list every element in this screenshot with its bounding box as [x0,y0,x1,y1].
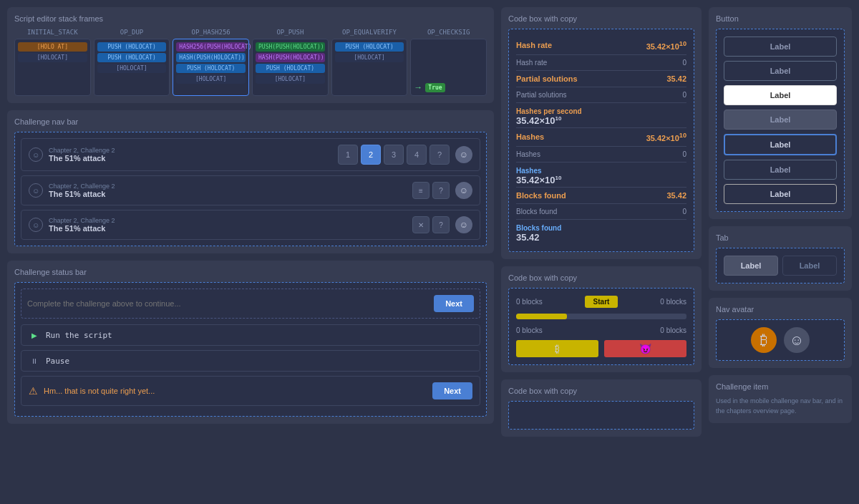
nav-btn-help-sm[interactable]: ? [432,182,450,199]
frame-op-hash256: OP_HASH256 HASH256(PUSH(HOLOCAT)) HASH(P… [173,29,249,96]
nav-controls: 1 2 3 4 ? ☺ [338,145,472,165]
nav-text: Chapter 2, Challenge 2 The 51% attack [49,217,412,233]
metric-large-value: 35.42 [516,232,686,243]
metric-large-label-blue: Blocks found [516,224,686,232]
showcase-btn-1[interactable]: Label [724,37,837,57]
metric-large-hashes: Hashes 35.42×1010 [516,163,686,188]
stack-item: [HOLOCAT] [18,53,87,62]
challenge-icon: ☺ [29,147,43,162]
nav-challenge: The 51% attack [49,154,338,163]
progress-fill [516,314,567,319]
nav-btn-menu[interactable]: ≡ [412,182,430,199]
face-avatar: ☺ [784,327,810,353]
metric-label: Partial solutions [516,91,567,99]
metric-value: 35.42 [666,191,686,200]
nav-btn-close[interactable]: ✕ [412,216,430,233]
button-showcase: Label Label Label Label Label Label Labe… [716,29,845,212]
stack-item: [HOLOCAT] [335,53,404,62]
run-script-text: Run the script [46,331,112,340]
nav-btn-4[interactable]: 4 [407,145,427,165]
showcase-btn-3[interactable]: Label [724,85,837,105]
metric-label: Blocks found [516,191,566,200]
tab-panel-title: Tab [716,233,845,242]
nav-avatar-close: ☺ [455,216,472,233]
nav-avatar-title: Nav avatar [716,305,845,314]
challenge-item-desc: Used in the mobile challenge nav bar, an… [716,397,845,416]
nav-chapter: Chapter 2, Challenge 2 [49,183,412,190]
metric-label: Hash rate [516,59,547,67]
showcase-btn-2[interactable]: Label [724,61,837,81]
metric-value: 0 [682,150,686,158]
miner-bars-row: ₿ 😈 [516,340,686,357]
miner-left-label: 0 blocks [516,326,543,334]
nav-text: Chapter 2, Challenge 2 The 51% attack [49,147,338,163]
avatar-showcase: ₿ ☺ [716,319,845,361]
stack-item: PUSH (HOLOCAT) [256,64,325,73]
tab-label-2[interactable]: Label [782,256,837,276]
frame-header: OP_EQUALVERIFY [331,29,408,36]
code-box-2: Code box with copy 0 blocks Start 0 bloc… [501,266,702,372]
metric-label: Blocks found [516,208,557,215]
code-box-1: Code box with copy Hash rate 35.42×1010 … [501,7,702,259]
miner-slot-right: 😈 [604,340,686,357]
frame-header: OP_PUSH [252,29,329,36]
challenge-nav-title: Challenge nav bar [14,117,487,126]
showcase-btn-6[interactable]: Label [724,160,837,180]
nav-btn-3[interactable]: 3 [384,145,404,165]
metric-large-value: 35.42×1010 [516,175,686,185]
showcase-btn-4[interactable]: Label [724,110,837,130]
nav-row-3: ☺ Chapter 2, Challenge 2 The 51% attack … [21,210,480,240]
start-button[interactable]: Start [585,296,618,308]
challenge-nav-panel: Challenge nav bar ☺ Chapter 2, Challenge… [7,110,494,253]
challenge-status-panel: Challenge status bar Next ▶ Run the scri… [7,261,494,424]
stack-item: [HOLOCAT] [256,74,325,84]
bitcoin-avatar: ₿ [751,327,777,353]
metric-large-hps: Hashes per second 35.42×1010 [516,103,686,128]
nav-row-2: ☺ Chapter 2, Challenge 2 The 51% attack … [21,175,480,205]
miner-right-label: 0 blocks [660,326,686,334]
mining-inner: 0 blocks Start 0 blocks 0 blocks 0 block… [508,288,694,365]
metric-row-partial: Partial solutions 35.42 [516,71,686,87]
next-button[interactable]: Next [434,295,474,312]
nav-avatar-sm: ☺ [455,182,472,199]
frame-initial-stack: INITIAL_STACK [HOLO AT] [HOLOCAT] [14,29,91,96]
miner-slot-left: ₿ [516,340,598,357]
metric-label: Hashes [516,150,540,158]
mining-top-row: 0 blocks Start 0 blocks [516,296,686,308]
metric-large-label: Hashes per second [516,107,686,115]
stack-frames: INITIAL_STACK [HOLO AT] [HOLOCAT] OP_DUP… [14,29,487,96]
right-blocks-label: 0 blocks [660,298,686,306]
stack-item: PUSH (HOLOCAT) [335,42,404,52]
metric-row-blocks: Blocks found 35.42 [516,188,686,204]
run-action-row: ▶ Run the script [21,324,480,346]
showcase-btn-7[interactable]: Label [724,184,837,204]
nav-challenge: The 51% attack [49,190,412,198]
nav-btn-help-close[interactable]: ? [432,216,450,233]
tab-label-1[interactable]: Label [724,256,778,276]
feedback-warning-row: ⚠ Hm... that is not quite right yet... N… [21,376,480,406]
metric-value: 35.42×1010 [646,132,686,142]
script-editor-panel: Script editor stack frames INITIAL_STACK… [7,7,494,103]
frame-op-equalverify: OP_EQUALVERIFY PUSH (HOLOCAT) [HOLOCAT] [331,29,408,96]
nav-avatar: ☺ [455,146,472,163]
miner-bar-left: ₿ [516,340,598,357]
frame-op-dup: OP_DUP PUSH (HOLOCAT) PUSH (HOLOCAT) [HO… [94,29,170,96]
script-editor-title: Script editor stack frames [14,14,487,23]
face-avatar: 😈 [639,343,651,354]
stack-item: HASH(PUSH(HOLOCAT)) [256,53,325,62]
feedback-next-button[interactable]: Next [432,382,472,399]
showcase-btn-5[interactable]: Label [724,134,837,155]
frame-body: → True [410,39,487,96]
left-blocks-label: 0 blocks [516,298,543,306]
challenge-input[interactable] [27,295,428,312]
nav-btn-2[interactable]: 2 [361,145,381,165]
nav-avatar-panel: Nav avatar ₿ ☺ [709,298,852,368]
stack-item-true: True [425,83,445,92]
nav-btn-help[interactable]: ? [430,145,450,165]
stack-item: [HOLO AT] [18,42,87,52]
stack-item: PUSH(PUSH(HOLOCAT)) [256,42,325,52]
metric-row-hashrate: Hash rate 35.42×1010 [516,37,686,55]
challenge-item-title: Challenge item [716,382,845,391]
frame-body: [HOLO AT] [HOLOCAT] [14,39,91,96]
nav-btn-1[interactable]: 1 [338,145,358,165]
